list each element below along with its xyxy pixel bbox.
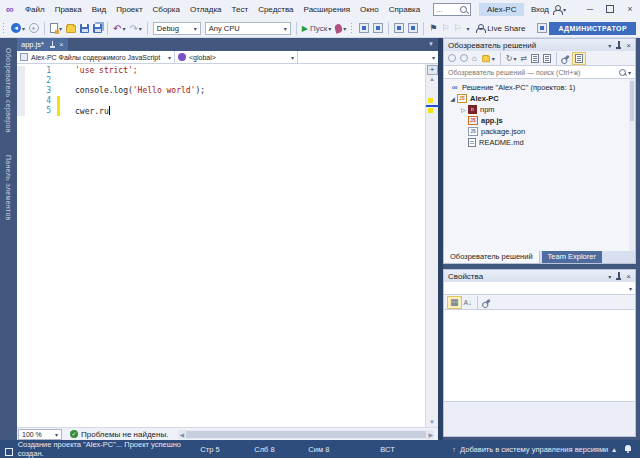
se-back-button[interactable] bbox=[446, 52, 458, 65]
machine-name-chip[interactable]: Alex-PC bbox=[479, 3, 524, 16]
properties-title-bar[interactable]: Свойства ▾ × bbox=[443, 269, 636, 282]
scroll-up-arrow[interactable]: ▲ bbox=[429, 76, 435, 83]
new-file-button[interactable]: ▾ bbox=[48, 21, 64, 36]
se-preview-selected-items-button[interactable] bbox=[572, 52, 586, 65]
categorized-button[interactable]: ▦ bbox=[447, 296, 462, 309]
se-show-all-files-button[interactable] bbox=[529, 52, 541, 65]
properties-grid[interactable] bbox=[443, 310, 636, 401]
breakpoint-margin[interactable] bbox=[17, 106, 25, 116]
tree-scrollbar[interactable] bbox=[629, 79, 635, 251]
tree-item[interactable]: ◢JSAlex-PC bbox=[444, 93, 635, 104]
se-forward-button[interactable] bbox=[458, 52, 470, 65]
tree-item[interactable]: README.md bbox=[444, 137, 635, 148]
code-editor[interactable]: 1'use strict';23console.log('Hello world… bbox=[17, 64, 438, 427]
panel-tab-solution-explorer[interactable]: Обозреватель решений bbox=[444, 251, 540, 263]
solution-configuration-combo[interactable]: Debug▾ bbox=[153, 22, 201, 35]
tree-item[interactable]: ∞Решение "Alex-PC" (проектов: 1) bbox=[444, 82, 635, 93]
navigate-backward-button[interactable]: ◂▾ bbox=[9, 21, 27, 36]
code-text[interactable] bbox=[66, 76, 75, 86]
pin-icon[interactable] bbox=[616, 41, 621, 49]
prev-bookmark-button[interactable]: ⚐ bbox=[439, 21, 451, 36]
left-dock-tab[interactable]: Обозреватель серверов bbox=[5, 42, 12, 139]
toggle-bookmark-button[interactable]: ⚑ bbox=[427, 21, 439, 36]
pin-icon[interactable] bbox=[616, 272, 621, 280]
minimize-button[interactable]: ─ bbox=[580, 0, 600, 19]
next-bookmark-button[interactable]: ⚐ bbox=[451, 21, 463, 36]
zoom-level-combo[interactable]: 100 % ▾ bbox=[18, 429, 62, 440]
restore-button[interactable] bbox=[600, 0, 620, 20]
document-well-overflow[interactable]: ▼ bbox=[428, 38, 438, 51]
toolbar-grip[interactable] bbox=[350, 22, 354, 35]
member-scope-combo[interactable]: ▾ bbox=[298, 51, 438, 63]
se-home-button[interactable]: ⌂ bbox=[470, 52, 479, 65]
breakpoint-margin[interactable] bbox=[17, 66, 25, 76]
editor-vertical-scrollbar[interactable]: + ▲ ▼ bbox=[425, 64, 438, 427]
menu-item[interactable]: Окно bbox=[355, 0, 384, 19]
navigate-to-button[interactable] bbox=[371, 21, 385, 36]
solution-explorer-search-input[interactable]: Обозреватель решений — поиск (Ctrl+ж) ▾ bbox=[443, 66, 636, 79]
code-text[interactable]: console.log('Hello world'); bbox=[66, 86, 205, 96]
code-lines[interactable]: 1'use strict';23console.log('Hello world… bbox=[17, 64, 425, 427]
scroll-left-arrow[interactable]: ◀ bbox=[178, 431, 185, 438]
menu-item[interactable]: Файл bbox=[20, 0, 50, 19]
left-dock-tab[interactable]: Панель элементов bbox=[5, 149, 12, 227]
window-position-menu[interactable]: ▾ bbox=[608, 42, 611, 49]
undo-button[interactable]: ↶▾ bbox=[111, 21, 127, 36]
code-text[interactable] bbox=[66, 96, 75, 106]
start-debugging-button[interactable]: ▶Пуск▾ bbox=[300, 21, 333, 36]
pin-icon[interactable] bbox=[50, 41, 55, 48]
toolbar-grip[interactable] bbox=[2, 22, 6, 35]
menu-item[interactable]: Расширения bbox=[299, 0, 356, 19]
menu-item[interactable]: Вид bbox=[87, 0, 111, 19]
breakpoint-margin[interactable] bbox=[17, 76, 25, 86]
menu-item[interactable]: Правка bbox=[50, 0, 87, 19]
hot-reload-button[interactable]: ▾ bbox=[333, 21, 348, 36]
menu-item[interactable]: Сборка bbox=[148, 0, 185, 19]
solution-explorer-title-bar[interactable]: Обозреватель решений ▾ × bbox=[443, 38, 636, 51]
tree-item[interactable]: ▷nnpm bbox=[444, 104, 635, 115]
menu-item[interactable]: Проект bbox=[111, 0, 147, 19]
code-text[interactable]: cwer.ru bbox=[66, 106, 110, 116]
split-window-button[interactable]: + bbox=[427, 65, 438, 75]
code-text[interactable]: 'use strict'; bbox=[66, 66, 138, 76]
attach-to-process-button[interactable] bbox=[357, 21, 371, 36]
send-feedback-button[interactable] bbox=[535, 21, 549, 36]
scroll-right-arrow[interactable]: ▶ bbox=[427, 431, 434, 438]
live-share-button[interactable]: Live Share bbox=[476, 24, 525, 33]
editor-horizontal-scrollbar[interactable]: ◀ ▶ bbox=[178, 430, 434, 439]
se-properties-button[interactable] bbox=[560, 52, 572, 65]
menu-item[interactable]: Тест bbox=[227, 0, 254, 19]
save-button[interactable] bbox=[78, 21, 91, 36]
scrollbar-thumb[interactable] bbox=[186, 431, 426, 438]
close-button[interactable]: × bbox=[620, 0, 640, 19]
close-icon[interactable]: × bbox=[626, 272, 631, 281]
scrollbar-thumb[interactable] bbox=[630, 81, 634, 121]
scroll-down-arrow[interactable]: ▼ bbox=[429, 419, 435, 426]
notifications-bell-icon[interactable] bbox=[624, 445, 632, 454]
alphabetical-button[interactable]: A↓ bbox=[462, 296, 474, 309]
panel-tab-team-explorer[interactable]: Team Explorer bbox=[542, 251, 602, 263]
sign-in-button[interactable]: Вход ▾ bbox=[531, 5, 566, 14]
menu-item[interactable]: Отладка bbox=[185, 0, 227, 19]
se-collapse-all-button[interactable] bbox=[541, 52, 553, 65]
tree-item[interactable]: JSapp.js bbox=[444, 115, 635, 126]
menu-item[interactable]: Средства bbox=[253, 0, 298, 19]
window-position-menu[interactable]: ▾ bbox=[608, 273, 611, 280]
save-all-button[interactable] bbox=[91, 21, 104, 36]
comment-button[interactable] bbox=[406, 21, 420, 36]
type-scope-combo[interactable]: <global> ▾ bbox=[175, 51, 298, 63]
solution-platform-combo[interactable]: Any CPU▾ bbox=[205, 22, 291, 35]
tree-item[interactable]: JSpackage.json bbox=[444, 126, 635, 137]
properties-object-combo[interactable]: ▾ bbox=[443, 282, 636, 295]
close-icon[interactable]: × bbox=[626, 41, 631, 50]
breakpoint-margin[interactable] bbox=[17, 96, 25, 106]
menu-item[interactable]: Справка bbox=[384, 0, 425, 19]
breakpoint-margin[interactable] bbox=[17, 86, 25, 96]
find-in-files-button[interactable] bbox=[392, 21, 406, 36]
se-sync-with-active-document-button[interactable]: ⇄ bbox=[519, 52, 530, 65]
se-switch-views-button[interactable]: ▾ bbox=[479, 52, 497, 65]
quick-search-input[interactable]: ... bbox=[433, 3, 471, 16]
tree-expander-icon[interactable]: ▷ bbox=[459, 106, 468, 113]
close-icon[interactable]: × bbox=[59, 40, 64, 49]
navigate-forward-button[interactable]: ▸ bbox=[27, 21, 41, 36]
